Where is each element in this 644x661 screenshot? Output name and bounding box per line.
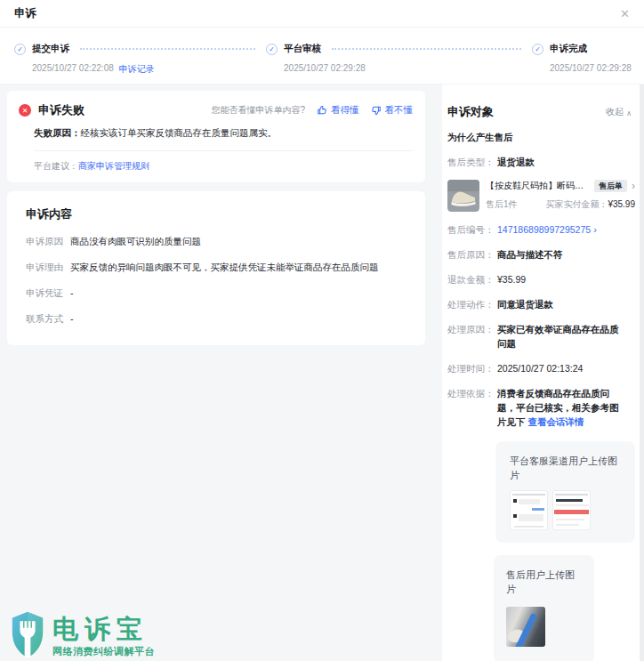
platform-images-box: 平台客服渠道用户上传图片 [495,441,635,543]
contact-row: 联系方式 - [26,312,407,326]
brand-subtitle: 网络消费纠纷调解平台 [52,645,155,658]
row-label: 处理依据： [447,386,497,429]
shoe-photo-thumbnail[interactable] [506,607,545,647]
row-label: 处理原因： [447,322,497,351]
main-column: ✕ 申诉失败 您能否看懂申诉单内容? 看得懂 [0,85,442,661]
order-screenshot-thumbnail[interactable] [552,490,591,530]
appeal-reason-row: 申诉原因 商品没有肉眼可识别的质量问题 [26,235,407,248]
thumb-up-icon [317,105,327,116]
row-label: 申诉原因 [26,235,65,248]
step-label: 提交申诉 [32,43,69,55]
brand-name: 电诉宝 [52,617,155,642]
row-value: 商品与描述不符 [497,247,563,262]
handle-time-row: 处理时间： 2025/10/27 02:13:24 [447,361,635,375]
product-title: 【按皮鞋尺码拍】断码清仓... [486,180,591,192]
dotted-connector [80,48,255,50]
understand-label: 看得懂 [331,104,359,117]
aftersale-cause-title: 为什么产生售后 [447,132,635,144]
aftersale-type-row: 售后类型： 退货退款 [447,155,635,169]
appeal-content-card: 申诉内容 申诉原因 商品没有肉眼可识别的质量问题 申诉理由 买家反馈的异响问题肉… [7,191,425,345]
row-label: 售后类型： [447,155,497,169]
fail-reason: 失败原因：经核实该订单买家反馈商品存在质量问题属实。 [34,126,413,140]
row-value: 退货退款 [497,155,535,169]
collapse-label: 收起 [606,106,624,118]
row-value: 商品没有肉眼可识别的质量问题 [70,235,201,248]
appeal-record-link[interactable]: 申诉记录 [119,63,155,76]
watermark-logo: 电诉宝 网络消费纠纷调解平台 [9,609,155,660]
fail-reason-label: 失败原因： [34,127,81,138]
step-submit-appeal: ✓ 提交申诉 2025/10/27 02:22:08 申诉记录 [14,43,266,76]
row-value: ¥35.99 [497,272,526,286]
thumb-down-icon [371,105,382,116]
feedback-question: 您能否看懂申诉单内容? [211,104,305,117]
appeal-evidence-row: 申诉凭证 - [26,286,407,300]
aftersale-count: 售后1件 [486,198,518,211]
result-title: 申诉失败 [38,102,85,118]
chevron-right-icon: › [593,224,597,235]
aftersale-images-box: 售后用户上传图片 [494,555,594,661]
step-label: 平台审核 [284,43,321,55]
progress-steps: ✓ 提交申诉 2025/10/27 02:22:08 申诉记录 ✓ 平台审核 2… [0,28,644,85]
sneaker-image [447,180,479,212]
scrollbar[interactable] [640,85,644,661]
row-label: 退款金额： [447,272,497,286]
suggestion-label: 平台建议： [34,161,78,171]
not-understand-label: 看不懂 [385,104,414,117]
step-label: 申诉完成 [550,43,587,55]
step-platform-review: ✓ 平台审核 2025/10/27 02:29:28 [266,43,532,73]
step-timestamp: 2025/10/27 02:22:08 [32,63,114,76]
paid-amount: 买家实付金额：¥35.99 [545,198,635,211]
appeal-modal: 申诉 ✕ ✓ 提交申诉 2025/10/27 02:22:08 申诉记录 ✓ 平… [0,0,644,661]
check-circle-icon: ✓ [14,44,26,55]
step-appeal-complete: ✓ 申诉完成 2025/10/27 02:29:28 [532,43,630,73]
product-thumbnail [447,180,479,212]
view-conversation-link[interactable]: 查看会话详情 [527,416,584,427]
aftersale-reason-row: 售后原因： 商品与描述不符 [447,247,635,262]
handle-action-row: 处理动作： 同意退货退款 [447,297,635,311]
check-circle-icon: ✓ [532,44,543,55]
collapse-button[interactable]: 收起 ∧ [606,106,632,118]
not-understand-button[interactable]: 看不懂 [371,104,414,117]
row-value: - [70,312,74,326]
refund-amount-row: 退款金额： ¥35.99 [447,272,635,286]
row-value: 买家反馈的异响问题肉眼不可见，买家提供凭证未能举证商品存在品质问题 [70,261,379,274]
appeal-target-panel: 申诉对象 收起 ∧ 为什么产生售后 售后类型： 退货退款 [442,85,644,661]
check-circle-icon: ✓ [266,44,278,55]
chat-screenshot-thumbnail[interactable] [510,490,548,530]
row-label: 售后原因： [447,247,497,262]
content-card-title: 申诉内容 [26,206,407,222]
close-icon[interactable]: ✕ [620,8,630,20]
modal-body: ✕ 申诉失败 您能否看懂申诉单内容? 看得懂 [0,85,644,661]
aftersale-order-badge: 售后单 [594,180,627,192]
row-label: 申诉理由 [26,261,65,274]
shield-fist-icon [9,609,46,660]
platform-box-title: 平台客服渠道用户上传图片 [510,454,621,482]
handle-basis-row: 处理依据： 消费者反馈商品存在品质问题，平台已核实，相关参考图片见下 查看会话详… [447,386,635,429]
handle-reason-row: 处理原因： 买家已有效举证商品存在品质问题 [447,322,635,351]
product-card[interactable]: 【按皮鞋尺码拍】断码清仓... 售后单 › 售后1件 买家实付金额：¥35.99 [447,180,635,212]
aftersale-number-link[interactable]: 147186898997295275› [497,222,597,237]
row-value: 同意退货退款 [497,297,553,311]
row-label: 处理时间： [447,361,497,375]
panel-title: 申诉对象 [447,104,494,120]
row-value: 2025/10/27 02:13:24 [497,361,583,375]
fail-reason-text: 经核实该订单买家反馈商品存在质量问题属实。 [81,127,278,138]
row-label: 售后编号： [447,222,497,237]
row-value: 买家已有效举证商品存在品质问题 [497,322,624,351]
chevron-up-icon: ∧ [626,109,632,117]
appeal-result-card: ✕ 申诉失败 您能否看懂申诉单内容? 看得懂 [7,91,425,182]
step-timestamp: 2025/10/27 02:29:28 [550,63,632,73]
understand-button[interactable]: 看得懂 [317,104,359,117]
platform-suggestion: 平台建议：商家申诉管理规则 [34,151,413,173]
modal-header: 申诉 ✕ [0,0,644,28]
step-timestamp: 2025/10/27 02:29:28 [284,63,366,73]
row-value: - [70,286,74,300]
fail-circle-icon: ✕ [19,104,31,117]
appeal-rules-link[interactable]: 商家申诉管理规则 [78,161,149,171]
aftersale-box-title: 售后用户上传图片 [506,568,582,596]
chevron-right-icon: › [632,181,635,191]
dotted-connector [332,48,521,50]
row-label: 联系方式 [26,312,65,326]
appeal-justification-row: 申诉理由 买家反馈的异响问题肉眼不可见，买家提供凭证未能举证商品存在品质问题 [26,261,407,274]
row-value: 消费者反馈商品存在品质问题，平台已核实，相关参考图片见下 查看会话详情 [497,386,624,429]
